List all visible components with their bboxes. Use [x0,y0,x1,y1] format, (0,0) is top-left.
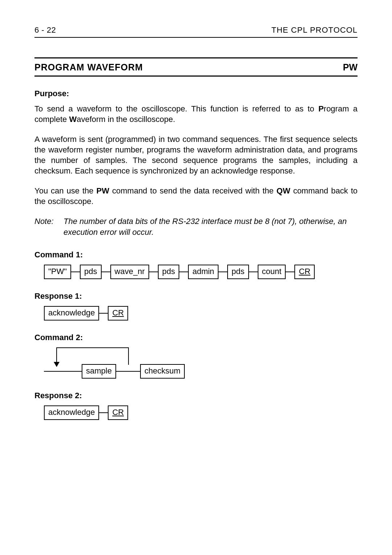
connector [99,313,108,314]
connector [149,272,158,272]
text: You can use the [34,186,97,195]
command1-syntax: "PW" pds wave_nr pds admin pds count CR [44,265,358,279]
page-number: 6 - 22 [34,25,56,35]
text: command to send the data received with t… [109,186,277,195]
syntax-row: "PW" pds wave_nr pds admin pds count CR [44,265,358,279]
loop-line-top [56,347,129,348]
purpose-paragraph-3: You can use the PW command to send the d… [34,185,358,207]
purpose-paragraph-1: To send a waveform to the oscilloscope. … [34,103,358,125]
command-mnemonic: PW [343,62,358,73]
text: aveform in the oscilloscope. [77,115,175,124]
purpose-label: Purpose: [34,89,358,98]
syntax-box-admin: admin [188,265,219,279]
response1-label: Response 1: [34,291,358,301]
response2-syntax: acknowledge CR [44,405,358,420]
connector [286,272,294,272]
command2-label: Command 2: [34,333,358,342]
connector [133,371,140,372]
syntax-box-sample: sample [82,364,116,379]
syntax-box-pw: "PW" [44,265,71,279]
command1-label: Command 1: [34,250,358,260]
connector [44,371,82,372]
connector [71,272,80,272]
note-label: Note: [34,216,64,237]
purpose-paragraph-2: A waveform is sent (programmed) in two c… [34,134,358,176]
connector [179,272,188,272]
syntax-row: acknowledge CR [44,306,358,321]
note-body: The number of data bits of the RS-232 in… [64,216,358,237]
connector [116,371,133,372]
syntax-box-acknowledge: acknowledge [44,306,99,321]
syntax-box-pds: pds [227,265,249,279]
page-header: 6 - 22 THE CPL PROTOCOL [34,25,358,38]
command-title-block: PROGRAM WAVEFORM PW [34,57,358,77]
bold-qw: QW [277,186,290,195]
bold-p: P [318,104,324,113]
page: 6 - 22 THE CPL PROTOCOL PROGRAM WAVEFORM… [0,0,392,458]
syntax-box-pds: pds [80,265,101,279]
bold-w: W [69,115,77,124]
note-row: Note: The number of data bits of the RS-… [34,216,358,237]
syntax-box-count: count [258,265,286,279]
connector [102,272,110,272]
syntax-box-cr: CR [294,265,315,279]
loop-line-right [128,347,129,365]
connector [219,272,227,272]
syntax-box-checksum: checksum [140,364,185,379]
text: To send a waveform to the oscilloscope. … [34,104,318,113]
connector [249,272,258,272]
syntax-box-acknowledge: acknowledge [44,405,99,420]
bold-pw: PW [97,186,109,195]
syntax-box-wave-nr: wave_nr [110,265,149,279]
syntax-box-cr: CR [108,405,128,420]
command2-syntax: sample checksum [44,347,358,379]
command-title: PROGRAM WAVEFORM [34,62,143,73]
syntax-row: acknowledge CR [44,405,358,420]
response2-label: Response 2: [34,391,358,400]
response1-syntax: acknowledge CR [44,306,358,321]
syntax-row: sample checksum [44,364,185,379]
syntax-box-pds: pds [158,265,179,279]
connector [99,412,108,413]
syntax-box-cr: CR [108,306,128,321]
chapter-title: THE CPL PROTOCOL [271,25,358,35]
